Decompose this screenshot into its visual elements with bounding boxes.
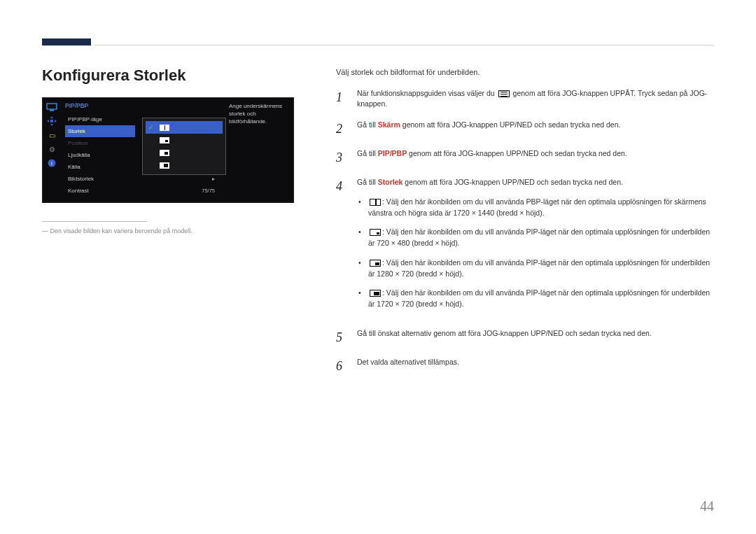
pip-small-icon [160,137,169,143]
svg-rect-0 [47,104,57,109]
step-body: Gå till Skärm genom att föra JOG-knappen… [357,120,714,139]
step-2: 2 Gå till Skärm genom att föra JOG-knapp… [336,120,714,139]
pbp-split-icon [160,125,169,131]
osd-item-label: PIP/PBP-läge [68,116,102,122]
list-item: : Välj den här ikonbilden om du vill anv… [368,288,714,310]
info-icon: i [46,158,58,168]
gear-icon: ⚙ [46,144,58,154]
step-number: 1 [336,88,347,111]
page-number: 44 [700,498,714,514]
footnote: Den visade bilden kan variera beroende p… [42,227,308,234]
intro-text: Välj storlek och bildformat för underbil… [336,66,714,78]
step-text: genom att föra JOG-knappen UPP/NED och s… [407,149,627,157]
osd-sidebar-icons: ▭ ⚙ i [43,98,59,202]
step-number: 2 [336,120,347,139]
osd-item-size[interactable]: Storlek [65,125,135,137]
step-body: Det valda alternativet tillämpas. [357,357,714,376]
list-item: : Välj den här ikonbilden om du vill anv… [368,197,714,219]
svg-marker-5 [55,120,57,122]
svg-marker-3 [50,124,53,126]
nav-cross-icon [46,116,58,126]
svg-rect-1 [50,110,54,111]
step-text: När funktionsknappsguiden visas väljer d… [357,89,497,97]
osd-value: 75/75 [202,188,215,194]
list-text: : Välj den här ikonbilden om du vill anv… [368,288,710,308]
svg-text:i: i [51,160,52,167]
osd-option-pip-large[interactable] [146,159,223,171]
osd-item-label: Källa [68,164,80,170]
pip-large-icon [370,290,381,297]
osd-item-contrast[interactable]: Kontrast75/75 [65,185,218,197]
pip-small-icon [370,229,381,236]
step-3: 3 Gå till PIP/PBP genom att föra JOG-kna… [336,148,714,167]
osd-size-submenu: ✓ [142,118,226,175]
step-number: 5 [336,328,347,347]
osd-option-pip-medium[interactable] [146,146,223,159]
check-icon: ✓ [148,124,155,131]
header-accent-bar [42,38,91,45]
page-title: Konfigurera Storlek [42,66,308,85]
step-bold: PIP/PBP [378,149,407,157]
step-number: 6 [336,357,347,376]
step-body: Gå till PIP/PBP genom att föra JOG-knapp… [357,148,714,167]
osd-option-pip-small[interactable] [146,134,223,146]
osd-panel: ▭ ⚙ i PIP/PBP PIP/PBP-läge Storlek Posit… [42,97,294,203]
list-text: : Välj den här ikonbilden om du vill anv… [368,227,710,247]
list-item: : Välj den här ikonbilden om du vill anv… [368,258,714,280]
osd-item-label: Kontrast [68,188,89,194]
list-text: : Välj den här ikonbilden om du vill anv… [368,197,706,217]
step-6: 6 Det valda alternativet tillämpas. [336,357,714,376]
step-body: Gå till Storlek genom att föra JOG-knapp… [357,177,714,318]
osd-item-label: Position [68,140,88,146]
step-bold: Skärm [378,120,400,129]
osd-item-label: Storlek [68,128,85,134]
step-number: 3 [336,148,347,167]
step-text: Gå till [357,149,378,157]
svg-rect-6 [50,120,53,122]
svg-marker-2 [50,116,53,118]
osd-item-label: Bildstorlek [68,176,94,182]
chevron-right-icon: ▸ [212,176,215,182]
step-bold: Storlek [378,178,403,186]
pbp-split-icon [370,199,381,206]
osd-option-pbp-split[interactable]: ✓ [146,121,223,134]
osd-item-label: Ljudkälla [68,152,90,158]
step-4: 4 Gå till Storlek genom att föra JOG-kna… [336,177,714,318]
list-text: : Välj den här ikonbilden om du vill anv… [368,258,710,278]
step-1: 1 När funktionsknappsguiden visas väljer… [336,88,714,111]
step-body: När funktionsknappsguiden visas väljer d… [357,88,714,111]
step-text: Gå till [357,120,378,129]
step-text: genom att föra JOG-knappen UPP/NED och s… [400,120,621,129]
step-number: 4 [336,177,347,318]
osd-header: PIP/PBP [65,102,218,109]
svg-marker-4 [47,120,49,122]
monitor-icon [46,102,58,112]
options-icon: ▭ [46,130,58,140]
header-rule [94,45,714,45]
list-item: : Välj den här ikonbilden om du vill anv… [368,227,714,249]
pip-medium-icon [160,150,169,156]
step-5: 5 Gå till önskat alternativ genom att fö… [336,328,714,347]
osd-help-text: Ange underskärmens storlek och bildförhå… [223,98,293,202]
step-text: Gå till [357,178,378,186]
step-body: Gå till önskat alternativ genom att föra… [357,328,714,347]
pip-medium-icon [370,260,381,267]
footnote-rule [42,221,147,222]
step-text: genom att föra JOG-knappen UPP/NED och s… [402,178,623,186]
pip-large-icon [160,162,169,169]
menu-icon [498,90,510,97]
